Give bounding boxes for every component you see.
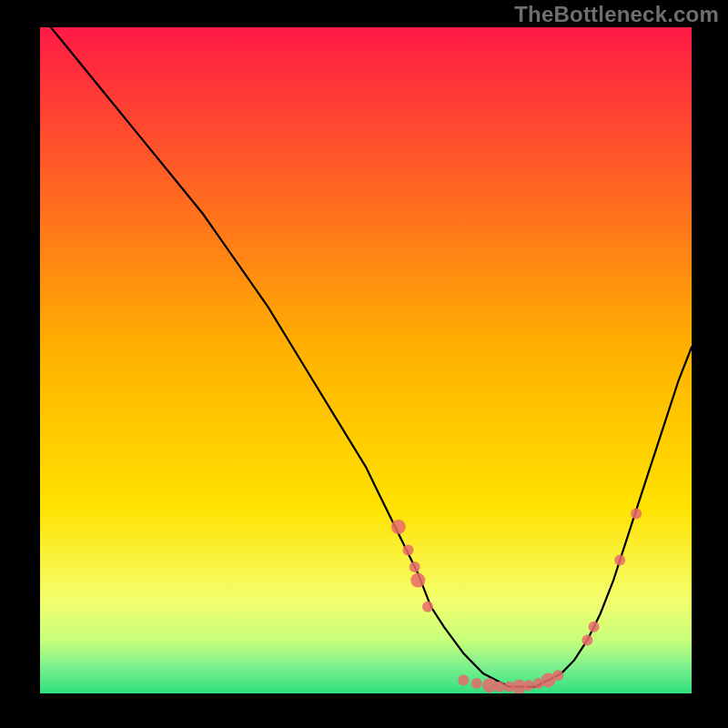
data-point (391, 520, 406, 534)
data-point (552, 670, 563, 681)
data-point (614, 555, 625, 566)
data-point (631, 508, 642, 519)
data-point (471, 678, 482, 689)
data-point (403, 545, 414, 556)
data-point (589, 622, 600, 632)
data-point (494, 682, 505, 693)
watermark-label: TheBottleneck.com (514, 2, 719, 27)
chart-frame: { "watermark": "TheBottleneck.com", "plo… (0, 0, 728, 728)
data-point (523, 680, 534, 691)
data-point (458, 674, 469, 685)
data-point (410, 561, 420, 572)
data-point (410, 573, 425, 588)
bottleneck-chart (0, 0, 728, 728)
heat-gradient-background (40, 27, 692, 693)
data-point (581, 634, 592, 645)
data-point (422, 602, 433, 612)
